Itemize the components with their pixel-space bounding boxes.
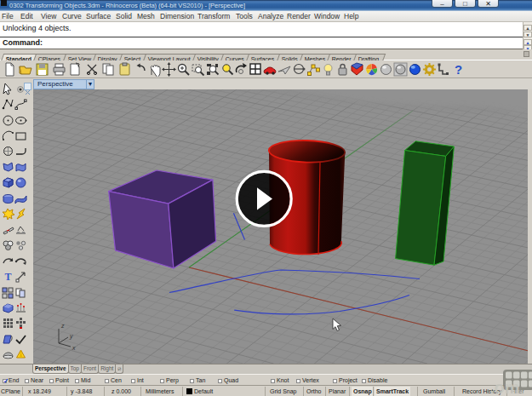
svg-text:T: T [4,271,11,283]
svg-text:z: z [60,323,65,329]
svg-text:x: x [72,345,76,351]
svg-text:.om: .om [489,378,520,396]
svg-text:y: y [69,333,73,340]
svg-text:?: ? [454,62,461,77]
